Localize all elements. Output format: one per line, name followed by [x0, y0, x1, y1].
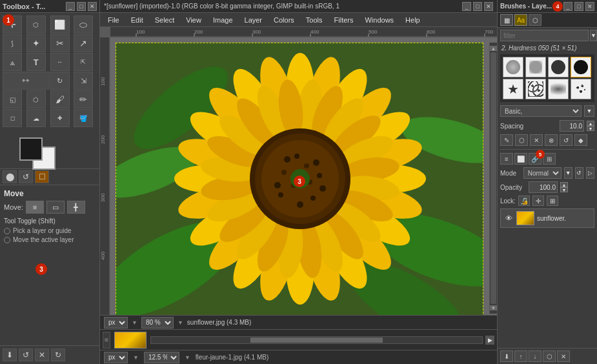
paint-tool-btn[interactable]: 🖌 [50, 90, 70, 108]
brush-item-dots[interactable] [571, 79, 591, 99]
canvas-container[interactable]: 3 ▲ ▼ ◀ ▶ [110, 37, 497, 350]
perspective-tool-btn[interactable]: ⬡ [26, 90, 46, 108]
move-guide-btn[interactable]: ▭ [46, 201, 65, 214]
text-tool-btn[interactable]: T [26, 53, 46, 71]
measure-tool-btn[interactable]: ↔ [50, 53, 70, 71]
brush-refresh-btn[interactable]: ↺ [560, 134, 572, 146]
brush-item-spray[interactable] [548, 79, 569, 99]
layer-item-sunflower[interactable]: 👁 sunflower. [500, 208, 594, 228]
unit-select[interactable]: px [104, 317, 128, 329]
mode-undo-btn[interactable]: ↺ [575, 167, 583, 179]
tab-patterns[interactable]: ⬡ [529, 14, 541, 26]
main-minimize-btn[interactable]: _ [462, 2, 471, 11]
scroll-down-arrow[interactable]: ▼ [490, 305, 497, 310]
layers-extra-btn[interactable]: ⊞ [543, 153, 556, 165]
layers-link-btn[interactable]: 🔗 5 [529, 153, 541, 165]
menu-select[interactable]: Select [150, 15, 180, 25]
lower-layer-btn[interactable]: ↓ [529, 350, 541, 362]
brush-item-circle-dark[interactable] [548, 57, 569, 77]
canvas-image[interactable]: 3 [116, 43, 483, 317]
ellipse-select-btn[interactable]: ⬭ [74, 15, 93, 34]
brush-item-scatter-1[interactable] [525, 79, 546, 99]
brush-preset-select[interactable]: Basic, [500, 105, 582, 117]
menu-help[interactable]: Help [400, 15, 425, 25]
delete-layer-btn[interactable]: ✕ [557, 350, 570, 362]
opacity-input[interactable] [529, 181, 558, 193]
airbrush-tool-btn[interactable]: ☁ [26, 109, 46, 127]
tab-active[interactable]: Aa [514, 14, 527, 26]
menu-windows[interactable]: Windows [359, 15, 399, 25]
menu-edit[interactable]: Edit [126, 15, 148, 25]
lock-pixels-btn[interactable]: 🔏 [518, 196, 530, 206]
duplicate-layer-btn[interactable]: ⬡ [543, 350, 556, 362]
thumb-scrollbar[interactable] [150, 336, 483, 344]
align-tool-btn[interactable]: ⬡ [26, 15, 46, 34]
tool-opt-3[interactable]: ☐ [35, 170, 49, 183]
radio-move-layer[interactable]: Move the active layer [4, 236, 96, 243]
scroll-up-arrow[interactable]: ▲ [490, 46, 497, 51]
spacing-down-btn[interactable]: ▼ [587, 126, 594, 131]
canvas-area[interactable]: 100 200 300 400 500 600 700 [100, 27, 497, 350]
pencil-tool-btn[interactable]: ✏ [74, 90, 93, 108]
toolbox-close-btn[interactable]: ✕ [88, 2, 97, 11]
lock-position-btn[interactable]: ✛ [532, 196, 544, 206]
menu-layer[interactable]: Layer [239, 15, 268, 25]
spacing-input[interactable] [560, 120, 584, 132]
bucket-tool-btn[interactable]: 🪣 [74, 109, 93, 127]
layers-list-btn[interactable]: ≡ [500, 153, 513, 165]
transform-tool-btn[interactable]: ⇱ [74, 53, 93, 71]
layers-grid-btn[interactable]: ⬜ [514, 153, 527, 165]
toolbox-bottom-btn-1[interactable]: ⬇ [3, 349, 17, 361]
brushes-close-btn[interactable]: ✕ [585, 2, 594, 11]
opacity-down-btn[interactable]: ▼ [560, 187, 568, 192]
tool-opt-2[interactable]: ↺ [19, 170, 33, 183]
tab-brushes[interactable]: ▦ [500, 14, 513, 26]
lock-alpha-btn[interactable]: ⊞ [547, 196, 558, 206]
toolbox-minimize-btn[interactable]: _ [66, 2, 75, 11]
scale-tool-btn[interactable]: ⇲ [74, 72, 93, 90]
toolbox-bottom-btn-4[interactable]: ↻ [51, 349, 65, 361]
zoom-select[interactable]: 80 % [141, 317, 174, 329]
thumb-scroll-thumb[interactable] [250, 338, 383, 343]
layer-mode-select[interactable]: Normal [523, 167, 562, 179]
main-close-btn[interactable]: ✕ [484, 2, 493, 11]
menu-image[interactable]: Image [208, 15, 238, 25]
raise-layer-btn[interactable]: ↑ [514, 350, 527, 362]
brush-delete-x-btn[interactable]: ✕ [530, 134, 543, 146]
brushes-minimize-btn[interactable]: _ [563, 2, 572, 11]
thumb-scroll-right[interactable]: ▶ [485, 336, 494, 345]
brush-duplicate-btn[interactable]: ⬡ [515, 134, 528, 146]
toolbox-bottom-btn-3[interactable]: ✕ [35, 349, 49, 361]
crop-tool-btn[interactable]: ⌖⌖ [3, 72, 50, 90]
menu-file[interactable]: File [103, 15, 125, 25]
move-layer-btn[interactable]: ≡ [26, 201, 44, 214]
brush-item-star[interactable]: ★ [503, 79, 523, 99]
mode-extra-btn[interactable]: ▷ [586, 167, 594, 179]
bottom-zoom-select[interactable]: 12.5 % [144, 352, 179, 363]
scrollbar-vertical[interactable]: ▲ ▼ [489, 43, 497, 314]
fg-select-btn[interactable]: ↗ [74, 34, 93, 52]
fuzzy-select-btn[interactable]: ✦ [26, 34, 46, 52]
menu-colors[interactable]: Colors [268, 15, 299, 25]
brush-mask-btn[interactable]: ⊗ [545, 134, 558, 146]
brush-filter-input[interactable] [500, 30, 589, 41]
menu-filters[interactable]: Filters [329, 15, 359, 25]
brushes-maximize-btn[interactable]: □ [574, 2, 583, 11]
move-selection-btn[interactable]: ╋ [67, 201, 85, 214]
new-layer-btn[interactable]: ⬇ [500, 350, 513, 362]
brush-item-circle-large[interactable] [503, 57, 523, 77]
bottom-unit-select[interactable]: px [104, 352, 128, 363]
brush-item-square-gradient[interactable] [525, 57, 546, 77]
spacing-up-btn[interactable]: ▲ [587, 121, 594, 126]
menu-tools[interactable]: Tools [301, 15, 328, 25]
toolbox-bottom-btn-2[interactable]: ↺ [19, 349, 33, 361]
thumbnail-image-1[interactable] [114, 332, 147, 349]
rotate-tool-btn[interactable]: ↻ [50, 72, 70, 90]
filter-dropdown-btn[interactable]: ▼ [590, 30, 597, 41]
layer-visibility-toggle[interactable]: 👁 [503, 214, 514, 223]
menu-view[interactable]: View [181, 15, 207, 25]
paths-tool-btn[interactable]: ⟁ [3, 53, 22, 71]
brush-settings-btn[interactable]: ◆ [574, 134, 587, 146]
foreground-color[interactable] [19, 137, 43, 161]
radio-pick-layer[interactable]: Pick a layer or guide [4, 227, 96, 234]
